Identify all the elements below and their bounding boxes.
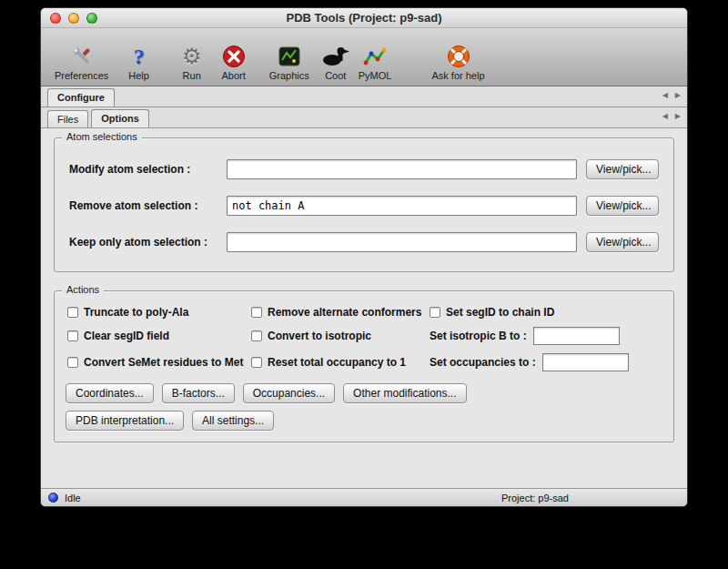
group-legend: Atom selections — [62, 131, 142, 142]
title-bar[interactable]: PDB Tools (Project: p9-sad) — [41, 8, 687, 28]
project-label: Project: p9-sad — [501, 493, 569, 503]
reset-total-occupancy-checkbox[interactable]: Reset total occupancy to 1 — [251, 353, 426, 371]
tools-icon — [70, 44, 94, 69]
checkbox-icon — [251, 357, 262, 368]
lifebuoy-icon — [447, 44, 470, 69]
view-pick-button[interactable]: View/pick... — [586, 159, 659, 179]
preferences-button[interactable]: Preferences — [50, 42, 113, 83]
b-factors-button[interactable]: B-factors... — [162, 383, 235, 403]
toolbar-label: Preferences — [55, 70, 108, 81]
coot-bird-icon — [322, 44, 349, 69]
desktop-background: { "window": { "title": "PDB Tools (Proje… — [0, 0, 728, 569]
actions-buttons-row-2: PDB interpretation... All settings... — [66, 411, 662, 431]
coordinates-button[interactable]: Coordinates... — [66, 383, 154, 403]
toolbar-label: Abort — [221, 70, 245, 81]
pdb-interpretation-button[interactable]: PDB interpretation... — [66, 411, 184, 431]
status-bar: Idle Project: p9-sad — [41, 488, 687, 506]
tab-scroll-right-icon[interactable]: ▶ — [675, 112, 681, 120]
window-title: PDB Tools (Project: p9-sad) — [287, 11, 442, 25]
set-isotropic-b-input[interactable] — [533, 327, 620, 345]
tab-options[interactable]: Options — [91, 109, 149, 127]
status-text: Idle — [65, 493, 81, 503]
traffic-lights — [50, 13, 97, 24]
other-modifications-button[interactable]: Other modifications... — [343, 383, 466, 403]
toolbar-label: PyMOL — [359, 70, 392, 81]
actions-group: Actions Truncate to poly-Ala Remove alte… — [54, 290, 674, 442]
all-settings-button[interactable]: All settings... — [192, 411, 274, 431]
toolbar: Preferences ? Help ⚙ Run Abort — [41, 28, 687, 86]
pdb-tools-window: PDB Tools (Project: p9-sad) Preferences … — [40, 7, 688, 507]
checkbox-icon — [67, 330, 78, 341]
tab-scroll-left-icon[interactable]: ◀ — [662, 91, 668, 99]
modify-atom-selection-input[interactable] — [227, 159, 577, 179]
truncate-poly-ala-checkbox[interactable]: Truncate to poly-Ala — [67, 306, 248, 319]
toolbar-label: Graphics — [269, 70, 309, 81]
set-occupancies-field: Set occupancies to : — [430, 353, 661, 371]
pymol-button[interactable]: PyMOL — [354, 42, 397, 83]
configure-tab-bar: Configure ◀ ▶ — [41, 86, 687, 107]
keep-only-atom-selection-input[interactable] — [227, 232, 577, 252]
toolbar-label: Help — [128, 70, 149, 81]
clear-segid-field-checkbox[interactable]: Clear segID field — [67, 327, 248, 345]
graphics-icon — [278, 44, 300, 69]
view-pick-button[interactable]: View/pick... — [586, 196, 659, 216]
coot-button[interactable]: Coot — [318, 42, 354, 83]
gear-icon: ⚙ — [182, 44, 202, 69]
actions-grid: Truncate to poly-Ala Remove alternate co… — [66, 304, 662, 371]
convert-semet-to-met-checkbox[interactable]: Convert SeMet residues to Met — [67, 353, 248, 371]
tab-scroll-right-icon[interactable]: ▶ — [675, 91, 681, 99]
toolbar-label: Coot — [325, 70, 346, 81]
question-icon: ? — [134, 44, 145, 69]
set-segid-to-chain-id-checkbox[interactable]: Set segID to chain ID — [430, 306, 661, 319]
close-button[interactable] — [50, 13, 61, 24]
tab-files[interactable]: Files — [47, 110, 88, 127]
abort-icon — [222, 44, 246, 69]
minimize-button[interactable] — [68, 13, 79, 24]
keep-only-atom-selection-row: Keep only atom selection : View/pick... — [66, 224, 662, 260]
abort-button[interactable]: Abort — [217, 42, 249, 83]
checkbox-icon — [67, 307, 78, 318]
tab-scroll-arrows: ◀ ▶ — [662, 112, 681, 120]
set-isotropic-b-field: Set isotropic B to : — [430, 327, 661, 345]
checkbox-icon — [67, 357, 78, 368]
toolbar-label: Run — [183, 70, 201, 81]
ask-for-help-button[interactable]: Ask for help — [427, 42, 489, 83]
tab-configure[interactable]: Configure — [47, 88, 115, 107]
occupancies-button[interactable]: Occupancies... — [243, 383, 335, 403]
checkbox-icon — [430, 307, 440, 318]
actions-buttons-row-1: Coordinates... B-factors... Occupancies.… — [66, 383, 662, 403]
tab-scroll-left-icon[interactable]: ◀ — [662, 112, 668, 120]
modify-atom-selection-label: Modify atom selection : — [69, 163, 217, 176]
atom-selections-group: Atom selections Modify atom selection : … — [54, 137, 674, 272]
view-pick-button[interactable]: View/pick... — [586, 232, 659, 252]
help-button[interactable]: ? Help — [124, 42, 154, 83]
remove-atom-selection-label: Remove atom selection : — [69, 199, 217, 212]
convert-to-isotropic-checkbox[interactable]: Convert to isotropic — [251, 327, 426, 345]
set-occupancies-input[interactable] — [542, 353, 629, 371]
checkbox-icon — [251, 330, 262, 341]
checkbox-icon — [251, 307, 262, 318]
zoom-button[interactable] — [86, 13, 97, 24]
modify-atom-selection-row: Modify atom selection : View/pick... — [66, 151, 662, 188]
remove-atom-selection-row: Remove atom selection : View/pick... — [66, 188, 662, 224]
group-legend: Actions — [62, 284, 104, 295]
set-occupancies-label: Set occupancies to : — [430, 356, 536, 369]
remove-alternate-conformers-checkbox[interactable]: Remove alternate conformers — [251, 306, 426, 319]
options-panel: Atom selections Modify atom selection : … — [41, 128, 687, 488]
toolbar-label: Ask for help — [431, 70, 484, 81]
files-options-tab-bar: Files Options ◀ ▶ — [41, 107, 687, 128]
keep-only-atom-selection-label: Keep only atom selection : — [69, 236, 217, 249]
status-indicator-icon — [48, 493, 58, 503]
graphics-button[interactable]: Graphics — [265, 42, 314, 83]
set-isotropic-b-label: Set isotropic B to : — [430, 330, 527, 342]
tab-scroll-arrows: ◀ ▶ — [662, 91, 681, 99]
pymol-icon — [363, 44, 387, 69]
run-button[interactable]: ⚙ Run — [177, 42, 207, 83]
remove-atom-selection-input[interactable] — [227, 196, 577, 216]
